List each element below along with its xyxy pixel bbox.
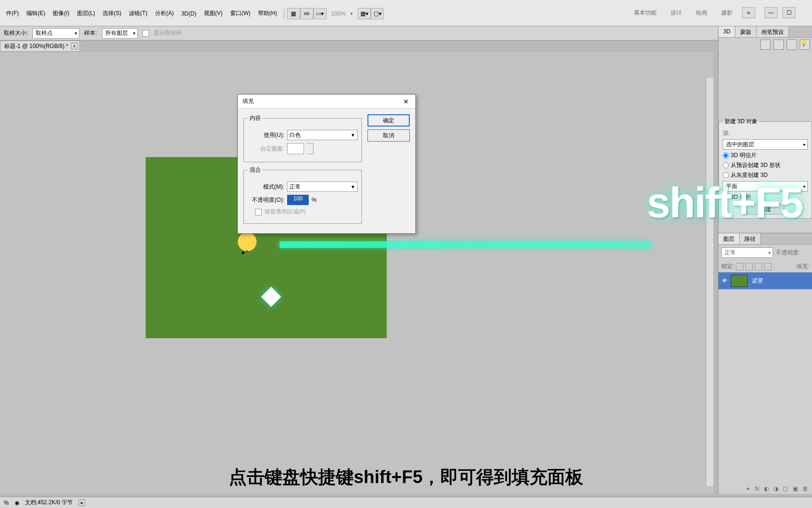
- zoom-value[interactable]: 100%: [327, 10, 351, 17]
- status-bar: % ◉ 文档:452.2K/0 字节 ▸: [0, 497, 812, 508]
- dialog-title: 填充: [242, 97, 254, 105]
- tab-brush[interactable]: 画笔预设: [757, 26, 789, 37]
- radio-preset-label: 从预设创建 3D 形状: [731, 161, 781, 169]
- glow-line: [280, 241, 651, 248]
- 3d-light-icon[interactable]: 💡: [800, 40, 810, 50]
- trash-icon[interactable]: 🗑: [803, 485, 808, 492]
- tab-paths[interactable]: 路径: [740, 233, 761, 244]
- caption-text: 点击键盘快捷键shift+F5，即可得到填充面板: [229, 465, 584, 489]
- document-tab[interactable]: 标题-1 @ 100%(RGB/8) * ×: [0, 40, 80, 52]
- pattern-swatch[interactable]: [287, 143, 304, 154]
- maximize-icon[interactable]: ☐: [782, 7, 796, 18]
- use-select[interactable]: 白色: [287, 130, 358, 140]
- use-label: 使用(U):: [248, 131, 284, 139]
- opacity-label: 不透明度:: [776, 249, 800, 257]
- layer-thumbnail[interactable]: [731, 275, 748, 287]
- 3d-mesh-icon[interactable]: [773, 40, 784, 50]
- mask-icon[interactable]: ◐: [764, 485, 769, 492]
- screen-mode-icon[interactable]: ▭▾: [313, 8, 327, 19]
- workspace-basic[interactable]: 基本功能: [629, 7, 661, 19]
- lock-trans-icon[interactable]: [736, 263, 743, 270]
- arrange-icon[interactable]: ▦▾: [358, 8, 371, 19]
- menu-view[interactable]: 视图(V): [200, 8, 226, 20]
- menu-file[interactable]: 件(F): [2, 8, 23, 20]
- menu-3d[interactable]: 3D(D): [178, 8, 200, 20]
- mb-icon[interactable]: Mb: [300, 8, 313, 19]
- cursor-icon: ▸⁺: [242, 248, 249, 256]
- new-layer-icon[interactable]: ▣: [793, 485, 798, 492]
- blend-group: 混合 模式(M): 正常 不透明度(O): 100 % 保留透明区域(P): [243, 166, 362, 224]
- tab-3d[interactable]: 3D: [718, 26, 735, 37]
- right-panels: 3D 蒙版 画笔预设 💡 新建 3D 对象 源: 选中的图层 3D 明信片 从预…: [718, 26, 812, 494]
- zoom-status[interactable]: %: [4, 500, 9, 506]
- tab-mask[interactable]: 蒙版: [735, 26, 757, 37]
- 3d-scene-icon[interactable]: [760, 40, 771, 50]
- menu-filter[interactable]: 滤镜(T): [125, 8, 151, 20]
- link-icon[interactable]: ⚭: [746, 485, 750, 492]
- mode-label: 模式(M):: [248, 183, 284, 191]
- sample-label: 样本:: [84, 29, 97, 37]
- show-ring-checkbox[interactable]: [142, 30, 149, 37]
- new-3d-title: 新建 3D 对象: [723, 118, 759, 126]
- adjust-icon[interactable]: ◑: [773, 485, 778, 492]
- shortcut-overlay: shift+F5: [647, 179, 803, 227]
- preserve-checkbox[interactable]: [255, 209, 262, 215]
- lock-all-icon[interactable]: [764, 263, 772, 270]
- menu-help[interactable]: 帮助(H): [254, 8, 281, 20]
- vertical-scrollbar[interactable]: [706, 78, 713, 486]
- radio-gray[interactable]: [723, 172, 729, 178]
- content-legend: 内容: [248, 114, 263, 122]
- blend-legend: 混合: [248, 166, 263, 174]
- close-doc-icon[interactable]: ×: [71, 43, 78, 49]
- radio-postcard[interactable]: [723, 152, 729, 159]
- source-label: 源:: [723, 129, 808, 137]
- screen-icon[interactable]: ▢▾: [371, 8, 384, 19]
- menu-analysis[interactable]: 分析(A): [151, 8, 178, 20]
- menu-layer[interactable]: 图层(L): [73, 8, 99, 20]
- workspace-design[interactable]: 设计: [666, 7, 687, 19]
- workspace-paint[interactable]: 绘画: [691, 7, 712, 19]
- workspace-more-icon[interactable]: »: [742, 7, 755, 18]
- sample-size-select[interactable]: 取样点: [32, 28, 79, 39]
- close-icon[interactable]: ✕: [401, 97, 411, 106]
- tab-layers[interactable]: 图层: [718, 233, 740, 244]
- opacity-input[interactable]: 100: [287, 195, 309, 205]
- content-group: 内容 使用(U): 白色 自定图案:: [243, 114, 362, 162]
- fill-dialog: 填充 ✕ 内容 使用(U): 白色 自定图案: 混合 模式(M): 正常 不透明…: [237, 94, 416, 234]
- lock-label: 锁定:: [721, 262, 734, 270]
- opacity-label: 不透明度(O):: [248, 196, 284, 204]
- folder-icon[interactable]: ▢: [783, 485, 788, 492]
- lock-pos-icon[interactable]: [755, 263, 762, 270]
- menu-window[interactable]: 窗口(W): [226, 8, 254, 20]
- menu-select[interactable]: 选择(S): [99, 8, 125, 20]
- radio-gray-label: 从灰度创建 3D: [731, 171, 768, 179]
- blend-mode-select[interactable]: 正常: [721, 247, 773, 258]
- menu-edit[interactable]: 编辑(E): [23, 8, 49, 20]
- bridge-icon[interactable]: ▦: [287, 8, 300, 19]
- mode-select[interactable]: 正常: [287, 182, 358, 192]
- app-area: 件(F) 编辑(E) 图像(I) 图层(L) 选择(S) 滤镜(T) 分析(A)…: [0, 0, 812, 14]
- ok-button[interactable]: 确定: [367, 114, 410, 127]
- status-icon[interactable]: ◉: [15, 500, 19, 506]
- cancel-button[interactable]: 取消: [367, 129, 410, 142]
- pattern-dropdown-icon[interactable]: [307, 143, 313, 154]
- radio-preset[interactable]: [723, 162, 729, 168]
- layer-name: 背景: [751, 277, 763, 285]
- sample-size-label: 取样大小:: [4, 29, 28, 37]
- minimize-icon[interactable]: —: [765, 7, 778, 18]
- options-bar: 取样大小: 取样点 样本: 所有图层 显示取样环: [0, 26, 718, 40]
- fx-icon[interactable]: fx: [755, 485, 759, 492]
- workspace-photo[interactable]: 摄影: [717, 7, 737, 19]
- sample-select[interactable]: 所有图层: [102, 28, 138, 39]
- lock-pixel-icon[interactable]: [745, 263, 753, 270]
- 3d-material-icon[interactable]: [787, 40, 797, 50]
- pattern-label: 自定图案:: [248, 145, 284, 153]
- preserve-label: 保留透明区域(P): [265, 208, 306, 216]
- menu-image[interactable]: 图像(I): [49, 8, 73, 20]
- show-ring-label: 显示取样环: [154, 29, 182, 37]
- status-arrow-icon[interactable]: ▸: [78, 500, 85, 506]
- visibility-icon[interactable]: 👁: [721, 278, 727, 284]
- doc-size: 文档:452.2K/0 字节: [25, 499, 73, 507]
- layer-row[interactable]: 👁 背景: [718, 272, 812, 289]
- source-select[interactable]: 选中的图层: [723, 139, 808, 150]
